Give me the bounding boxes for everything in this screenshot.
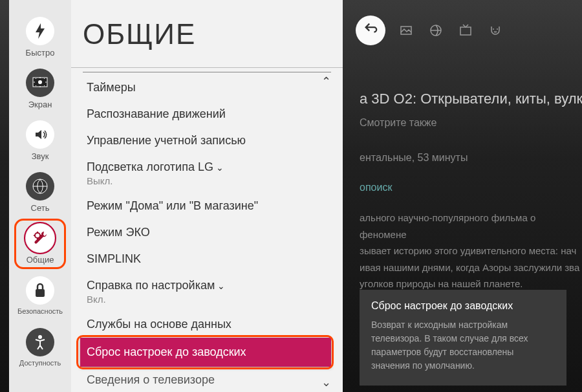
menu-item-help-value: Вкл. bbox=[83, 294, 343, 311]
bolt-icon bbox=[26, 17, 54, 45]
sidebar-label: Быстро bbox=[26, 48, 55, 58]
back-icon bbox=[363, 21, 378, 39]
photo-icon[interactable] bbox=[397, 21, 415, 39]
chevron-down-icon: ⌄ bbox=[216, 162, 224, 173]
accessibility-icon bbox=[26, 328, 54, 356]
content-description: ального научно-популярного фильма о фено… bbox=[360, 210, 582, 292]
sidebar-item-security[interactable]: Безопасность bbox=[14, 270, 66, 321]
menu-item-factory-reset[interactable]: Сброс настроек до заводских bbox=[80, 338, 331, 367]
tv-icon[interactable] bbox=[457, 21, 475, 39]
tooltip-title: Сброс настроек до заводских bbox=[371, 300, 555, 312]
chevron-down-icon: ⌄ bbox=[217, 281, 225, 291]
menu-item-label: Справка по настройкам bbox=[87, 279, 215, 292]
svg-point-4 bbox=[38, 80, 42, 84]
svg-point-8 bbox=[38, 335, 42, 339]
menu-list: Таймеры ⌃ Распознавание движений Управле… bbox=[83, 72, 343, 392]
tooltip-panel: Сброс настроек до заводских Возврат к ис… bbox=[360, 290, 566, 386]
sidebar-label: Доступность bbox=[19, 359, 61, 367]
speaker-icon bbox=[26, 120, 54, 149]
sidebar-item-general[interactable]: Общие bbox=[14, 219, 66, 269]
tools-icon bbox=[26, 224, 54, 252]
screen-icon bbox=[26, 69, 54, 97]
menu-item-motion[interactable]: Распознавание движений bbox=[83, 101, 343, 127]
content-duration: ентальные, 53 минуты bbox=[360, 150, 582, 166]
svg-rect-2 bbox=[460, 27, 471, 35]
chevron-down-icon[interactable]: ⌄ bbox=[321, 375, 331, 389]
search-hint: опоиск bbox=[360, 180, 582, 195]
sidebar-label: Звук bbox=[32, 151, 49, 161]
menu-title: ОБЩИЕ bbox=[71, 0, 343, 68]
theater-icon[interactable] bbox=[486, 21, 504, 39]
sidebar-label: Безопасность bbox=[17, 307, 63, 315]
sidebar-label: Сеть bbox=[31, 203, 50, 213]
sidebar-item-network[interactable]: Сеть bbox=[14, 167, 66, 217]
sidebar-item-screen[interactable]: Экран bbox=[14, 63, 66, 114]
svg-rect-7 bbox=[36, 289, 45, 297]
menu-item-timers[interactable]: Таймеры bbox=[83, 74, 343, 101]
sidebar-item-accessibility[interactable]: Доступность bbox=[14, 322, 66, 373]
top-icon-row bbox=[356, 16, 504, 45]
menu-item-account[interactable]: Управление учетной записью bbox=[83, 127, 343, 154]
tooltip-body: Возврат к исходным настройкам телевизора… bbox=[371, 318, 555, 373]
settings-sidebar: Быстро Экран Звук Сеть Общие Безопасност… bbox=[9, 0, 71, 392]
settings-menu-panel: ОБЩИЕ Таймеры ⌃ Распознавание движений У… bbox=[71, 0, 343, 392]
sidebar-item-quick[interactable]: Быстро bbox=[14, 12, 66, 62]
menu-item-label: Подсветка логотипа LG bbox=[87, 160, 213, 173]
menu-item-about-tv[interactable]: Сведения о телевизоре bbox=[83, 367, 343, 392]
svg-point-6 bbox=[35, 233, 40, 238]
menu-item-label: Сброс настроек до заводских bbox=[87, 345, 246, 358]
globe-icon bbox=[26, 172, 54, 201]
back-button[interactable] bbox=[356, 16, 385, 45]
ball-icon[interactable] bbox=[427, 21, 445, 39]
sidebar-label: Общие bbox=[27, 255, 54, 265]
sidebar-label: Экран bbox=[28, 100, 52, 109]
menu-item-simplink[interactable]: SIMPLINK bbox=[83, 246, 343, 272]
content-title: а 3D О2: Открыватели, киты, вулк bbox=[360, 88, 582, 109]
lock-icon bbox=[26, 276, 54, 305]
menu-item-home-store[interactable]: Режим "Дома" или "В магазине" bbox=[83, 193, 343, 219]
divider bbox=[83, 72, 331, 72]
see-also-label: Смотрите также bbox=[360, 115, 582, 131]
menu-item-logo-light-value: Выкл. bbox=[83, 175, 343, 193]
sidebar-item-sound[interactable]: Звук bbox=[14, 115, 66, 166]
chevron-up-icon[interactable]: ⌃ bbox=[321, 74, 331, 89]
menu-item-data-services[interactable]: Службы на основе данных bbox=[83, 311, 343, 338]
menu-item-eco[interactable]: Режим ЭКО bbox=[83, 219, 343, 246]
